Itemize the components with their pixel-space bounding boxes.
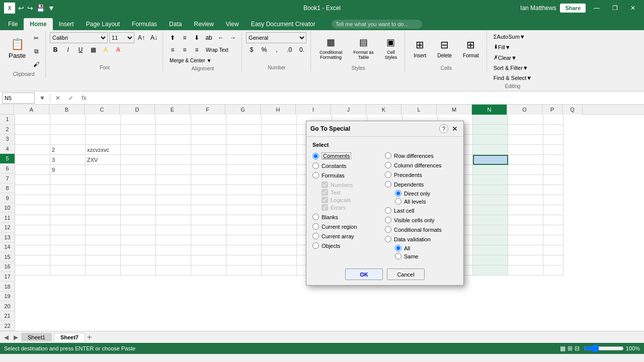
cell-p3[interactable] xyxy=(543,135,564,145)
cell-e5[interactable] xyxy=(156,155,191,165)
insert-cells-button[interactable]: ⊞ Insert xyxy=(409,32,431,64)
radio-blanks[interactable]: Blanks xyxy=(312,213,385,221)
undo-button[interactable]: ↩ xyxy=(18,4,24,12)
cell-b6[interactable]: 9 xyxy=(50,165,86,175)
chk-numbers-input[interactable] xyxy=(321,182,328,188)
cell-h6[interactable] xyxy=(262,165,297,175)
row-21[interactable]: 21 xyxy=(0,311,15,321)
dialog-help-button[interactable]: ? xyxy=(439,124,448,133)
cell-c2[interactable] xyxy=(86,125,121,135)
cell-e3[interactable] xyxy=(156,135,191,145)
col-header-a[interactable]: A xyxy=(14,105,49,115)
cell-p4[interactable] xyxy=(543,145,564,155)
cell-a6[interactable] xyxy=(15,165,50,175)
row-14[interactable]: 14 xyxy=(0,242,15,252)
cell-p5[interactable] xyxy=(543,155,564,165)
radio-current-region[interactable]: Current region xyxy=(312,223,385,230)
border-button[interactable]: ▦ xyxy=(88,44,99,55)
radio-row-differences[interactable]: Row differences xyxy=(385,152,457,159)
dialog-close-button[interactable]: ✕ xyxy=(450,124,459,133)
normal-view-button[interactable]: ▦ xyxy=(560,345,566,352)
chk-text-input[interactable] xyxy=(321,189,328,196)
merge-center-button[interactable]: Merge & Center ▼ xyxy=(167,56,214,65)
col-header-d[interactable]: D xyxy=(120,105,155,115)
radio-objects-input[interactable] xyxy=(312,242,319,249)
row-5[interactable]: 5 xyxy=(0,154,15,164)
cell-n3[interactable] xyxy=(473,135,508,145)
radio-precedents-input[interactable] xyxy=(385,171,391,178)
cell-o6[interactable] xyxy=(508,165,543,175)
radio-visible-cells-input[interactable] xyxy=(385,217,391,223)
col-header-e[interactable]: E xyxy=(155,105,190,115)
tab-formulas[interactable]: Formulas xyxy=(126,18,163,30)
radio-visible-cells[interactable]: Visible cells only xyxy=(385,216,457,224)
row-16[interactable]: 16 xyxy=(0,262,15,272)
col-header-b[interactable]: B xyxy=(49,105,85,115)
sub-same[interactable]: Same xyxy=(395,253,457,259)
copy-button[interactable]: ⧉ xyxy=(30,45,42,57)
col-header-k[interactable]: K xyxy=(366,105,401,115)
autosum-button[interactable]: Σ AutoSum ▼ xyxy=(491,32,534,41)
format-as-table-button[interactable]: ▤ Format asTable xyxy=(349,32,378,64)
cell-d1[interactable] xyxy=(121,115,156,125)
sub-direct-only[interactable]: Direct only xyxy=(395,190,457,197)
cell-n1[interactable] xyxy=(473,115,508,125)
cell-d6[interactable] xyxy=(121,165,156,175)
sheet-nav-right[interactable]: ▶ xyxy=(12,334,20,341)
add-sheet-button[interactable]: + xyxy=(87,333,92,342)
cell-g2[interactable] xyxy=(226,125,262,135)
format-cells-button[interactable]: ⊞ Format xyxy=(458,32,484,64)
cell-g3[interactable] xyxy=(226,135,262,145)
radio-current-region-input[interactable] xyxy=(312,223,319,230)
radio-precedents[interactable]: Precedents xyxy=(385,171,457,178)
cell-o4[interactable] xyxy=(508,145,543,155)
sub-all-levels-input[interactable] xyxy=(395,198,401,205)
col-header-c[interactable]: C xyxy=(85,105,120,115)
zoom-slider[interactable] xyxy=(584,344,624,352)
save-button[interactable]: 💾 xyxy=(36,4,45,12)
radio-row-diff-input[interactable] xyxy=(385,152,391,159)
decimal-increase-button[interactable]: .0 xyxy=(284,44,295,55)
row-22[interactable]: 22 xyxy=(0,321,15,331)
chk-text[interactable]: Text xyxy=(321,189,385,196)
radio-column-differences[interactable]: Column differences xyxy=(385,161,457,169)
cell-f2[interactable] xyxy=(191,125,226,135)
cell-f4[interactable] xyxy=(191,145,226,155)
cell-n2[interactable] xyxy=(473,125,508,135)
close-button[interactable]: ✕ xyxy=(626,3,640,13)
row-6[interactable]: 6 xyxy=(0,164,15,174)
tab-data[interactable]: Data xyxy=(163,18,188,30)
col-header-h[interactable]: H xyxy=(261,105,296,115)
radio-constants-input[interactable] xyxy=(312,162,319,169)
radio-last-cell[interactable]: Last cell xyxy=(385,207,457,214)
cell-a4[interactable] xyxy=(15,145,50,155)
row-1[interactable]: 1 xyxy=(0,115,15,125)
row-19[interactable]: 19 xyxy=(0,292,15,302)
cell-n5[interactable] xyxy=(473,155,508,165)
cell-n6[interactable] xyxy=(473,165,508,175)
cell-f6[interactable] xyxy=(191,165,226,175)
col-header-i[interactable]: I xyxy=(296,105,331,115)
decrease-font-button[interactable]: A↓ xyxy=(148,32,159,43)
font-color-button[interactable]: A xyxy=(113,44,124,55)
dialog-cancel-button[interactable]: Cancel xyxy=(387,268,425,280)
cell-n4[interactable] xyxy=(473,145,508,155)
align-center-button[interactable]: ≡ xyxy=(179,44,190,55)
cell-c1[interactable] xyxy=(86,115,121,125)
chk-errors[interactable]: Errors xyxy=(321,204,385,211)
radio-data-val-input[interactable] xyxy=(385,236,391,242)
tab-page-layout[interactable]: Page Layout xyxy=(80,18,126,30)
clear-button[interactable]: ✗ Clear ▼ xyxy=(491,53,534,62)
wrap-text-button[interactable]: Wrap Text xyxy=(203,44,231,55)
cell-g4[interactable] xyxy=(226,145,262,155)
indent-increase-button[interactable]: → xyxy=(227,32,238,43)
align-top-button[interactable]: ⬆ xyxy=(167,32,178,43)
align-right-button[interactable]: ≡ xyxy=(191,44,202,55)
col-header-f[interactable]: F xyxy=(190,105,225,115)
bold-button[interactable]: B xyxy=(50,44,61,55)
align-middle-button[interactable]: ≡ xyxy=(179,32,190,43)
cell-b5[interactable]: 3 xyxy=(50,155,86,165)
cell-f3[interactable] xyxy=(191,135,226,145)
cell-o2[interactable] xyxy=(508,125,543,135)
tab-file[interactable]: File xyxy=(2,18,24,30)
